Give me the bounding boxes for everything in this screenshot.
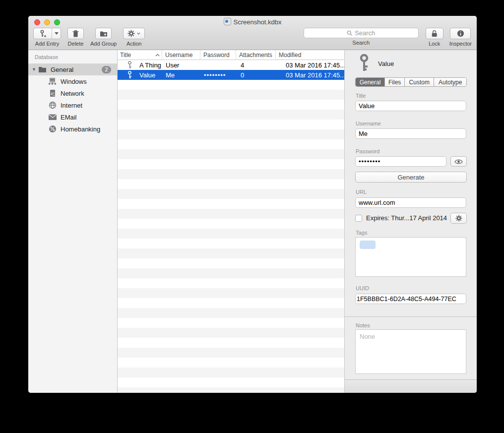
sidebar-item-label: Homebanking: [61, 125, 100, 133]
entry-list: Title Username Password Attachments Modi…: [118, 50, 345, 393]
add-group-group: Add Group: [90, 28, 117, 47]
sidebar-item-label: Windows: [61, 78, 87, 85]
delete-label: Delete: [68, 41, 84, 47]
sidebar-item-homebanking[interactable]: Homebanking: [28, 123, 117, 135]
entry-attachments: 4: [236, 62, 276, 69]
key-plus-icon: [34, 28, 52, 39]
toolbar-right: Search Search Lock: [304, 28, 472, 47]
sidebar-item-email[interactable]: EMail: [28, 111, 117, 123]
inspector-tabs: General Files Custom Autotype: [355, 77, 467, 87]
inspector-button[interactable]: [450, 28, 471, 39]
add-group-button[interactable]: [95, 28, 112, 39]
disclosure-triangle-icon[interactable]: ▼: [32, 67, 37, 72]
sidebar-item-label: Network: [61, 90, 84, 97]
expires-row: Expires: Thur...17 April 2014: [355, 214, 447, 222]
entry-username: Me: [162, 71, 200, 79]
password-field-label: Password: [356, 148, 379, 154]
search-group: Search Search: [304, 28, 419, 46]
uuid-field-label: UUID: [356, 285, 369, 291]
notes-field[interactable]: None: [355, 329, 466, 374]
sidebar-section-header: Database: [35, 54, 58, 60]
sidebar-item-windows[interactable]: Windows: [28, 75, 117, 87]
folder-plus-icon: [100, 30, 108, 37]
key-icon: [127, 61, 134, 69]
lock-button[interactable]: [426, 28, 443, 39]
table-row[interactable]: A Thing User 4 03 Mar 2016 17:45...: [118, 60, 344, 70]
url-field[interactable]: [355, 197, 466, 208]
gear-icon: [127, 30, 135, 37]
group-sidebar: Database ▼ General 2: [28, 50, 118, 393]
username-field-label: Username: [356, 121, 381, 126]
windows-network-icon: [48, 77, 57, 85]
window-title: Screenshot.kdbx: [28, 18, 477, 26]
action-label: Action: [126, 41, 142, 47]
inspector-entry-title: Value: [378, 60, 394, 67]
title-field-label: Title: [356, 93, 366, 99]
expires-checkbox[interactable]: [355, 215, 362, 222]
chevron-down-icon[interactable]: [52, 28, 61, 39]
tab-files[interactable]: Files: [385, 78, 405, 86]
tab-custom[interactable]: Custom: [405, 78, 434, 86]
sidebar-item-general[interactable]: ▼ General 2: [28, 63, 117, 75]
entry-title: A Thing: [139, 62, 161, 69]
sidebar-item-network[interactable]: Network: [28, 87, 117, 99]
server-icon: [48, 89, 57, 97]
expire-date-settings-button[interactable]: [450, 213, 467, 224]
trash-icon: [72, 30, 79, 38]
app-window: Screenshot.kdbx Add Entry: [28, 16, 477, 393]
expires-label: Expires: Thur...17 April 2014: [366, 214, 447, 222]
key-icon-large: [358, 54, 370, 72]
percent-circle-icon: [48, 125, 57, 133]
sort-ascending-icon: [155, 54, 160, 57]
generate-button[interactable]: Generate: [355, 172, 467, 183]
sidebar-item-label: General: [51, 66, 73, 73]
tab-general[interactable]: General: [356, 78, 385, 86]
uuid-field[interactable]: [355, 294, 466, 304]
title-field[interactable]: [355, 101, 466, 111]
globe-icon: [48, 101, 57, 109]
info-circle-icon: [457, 30, 464, 37]
lock-group: Lock: [426, 28, 443, 47]
delete-button[interactable]: [67, 28, 84, 39]
search-label: Search: [352, 40, 370, 46]
toolbar: Add Entry Delete: [33, 28, 472, 47]
table-row-selected[interactable]: Value Me •••••••• 0 03 Mar 2016 17:45...: [118, 70, 344, 80]
entry-title: Value: [139, 71, 155, 79]
entry-table-header: Title Username Password Attachments Modi…: [118, 50, 344, 60]
delete-group: Delete: [67, 28, 84, 47]
column-header-password[interactable]: Password: [200, 50, 236, 60]
window-chrome: Screenshot.kdbx Add Entry: [28, 16, 477, 50]
sidebar-subgroups: Windows Network: [28, 75, 117, 135]
tab-autotype[interactable]: Autotype: [434, 78, 466, 86]
inspector-label: Inspector: [449, 41, 472, 47]
tag-token[interactable]: [360, 241, 376, 249]
column-header-title[interactable]: Title: [118, 50, 162, 60]
chevron-down-icon: [137, 32, 140, 35]
column-header-modified[interactable]: Modified: [276, 50, 344, 60]
reveal-password-button[interactable]: [450, 156, 467, 167]
entry-table-body: A Thing User 4 03 Mar 2016 17:45...: [118, 60, 344, 393]
username-field[interactable]: [355, 128, 466, 139]
add-group-label: Add Group: [90, 41, 117, 47]
entry-modified: 03 Mar 2016 17:45...: [276, 71, 344, 79]
password-field[interactable]: [355, 156, 446, 167]
column-header-username[interactable]: Username: [162, 50, 200, 60]
sidebar-item-internet[interactable]: Internet: [28, 99, 117, 111]
inspector-group: Inspector: [449, 28, 472, 47]
search-input[interactable]: Search: [304, 28, 419, 38]
unlocked-padlock-icon: [431, 30, 438, 38]
search-icon: [347, 30, 353, 36]
eye-icon: [454, 159, 463, 165]
entry-password: ••••••••: [200, 71, 236, 79]
column-header-attachments[interactable]: Attachments: [236, 50, 276, 60]
action-button[interactable]: [123, 28, 145, 39]
document-icon: [224, 18, 231, 25]
add-entry-button[interactable]: [33, 28, 61, 39]
entry-count-badge: 2: [102, 66, 111, 73]
envelope-icon: [48, 114, 57, 120]
inspector-panel: Value General Files Custom Autotype Titl…: [345, 50, 477, 393]
action-group: Action: [123, 28, 145, 47]
add-entry-group: Add Entry: [33, 28, 61, 47]
tags-field[interactable]: [355, 237, 466, 277]
folder-icon: [38, 66, 47, 73]
